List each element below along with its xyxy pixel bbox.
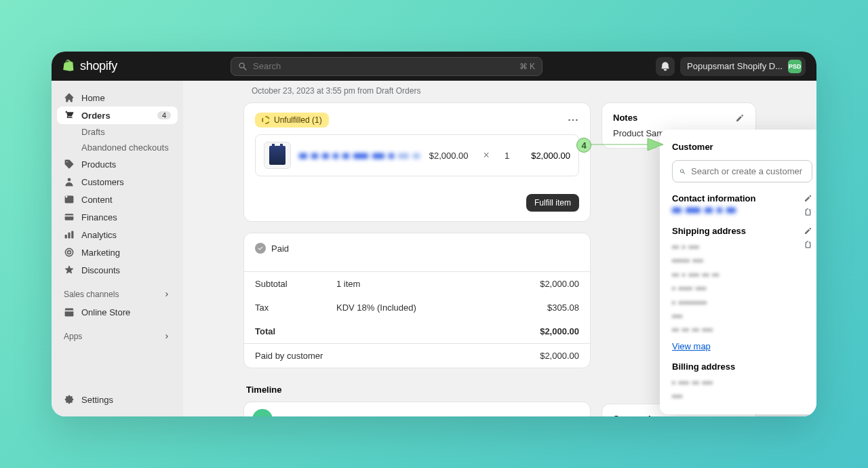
gear-icon <box>64 394 75 405</box>
chevron-right-icon <box>163 290 171 298</box>
contact-email[interactable] <box>672 208 736 213</box>
paid-label: Paid <box>271 243 289 254</box>
row-label: Paid by customer <box>255 351 540 361</box>
nav-customers[interactable]: Customers <box>57 173 178 191</box>
notifications-button[interactable] <box>656 57 675 76</box>
row-amount: $2,000.00 <box>540 351 579 361</box>
comment-input[interactable] <box>279 414 582 417</box>
customer-panel: Customer Contact information <box>660 130 816 414</box>
timeline-section: Timeline ES ☺ @ # <box>243 385 591 416</box>
nav-label: Discounts <box>81 265 120 275</box>
marketing-icon <box>64 247 75 258</box>
fulfill-button[interactable]: Fulfill item <box>526 194 579 212</box>
discounts-icon <box>64 265 75 275</box>
finances-icon <box>64 212 75 222</box>
edit-shipping-button[interactable] <box>804 227 812 235</box>
nav-settings[interactable]: Settings <box>57 391 178 408</box>
svg-point-2 <box>576 119 578 121</box>
search-icon <box>679 167 686 176</box>
payment-card: Paid Subtotal 1 item $2,000.00 <box>243 233 591 368</box>
view-map-link[interactable]: View map <box>672 341 711 351</box>
home-icon <box>64 92 75 103</box>
row-amount: $2,000.00 <box>540 326 579 336</box>
order-meta: October 23, 2023 at 3:55 pm from Draft O… <box>243 86 756 102</box>
row-amount: $305.08 <box>547 303 579 313</box>
qty-separator: × <box>484 149 490 161</box>
product-thumbnail[interactable] <box>264 142 291 169</box>
nav-finances[interactable]: Finances <box>57 208 178 226</box>
nav-section-label: Apps <box>64 332 82 341</box>
nav-abandoned[interactable]: Abandoned checkouts <box>57 140 178 155</box>
total-row: Total $2,000.00 <box>244 319 590 343</box>
nav-label: Settings <box>81 395 113 405</box>
nav-drafts[interactable]: Drafts <box>57 124 178 140</box>
store-icon <box>64 307 75 317</box>
nav-label: Content <box>81 195 113 205</box>
copy-shipping-button[interactable] <box>804 240 812 249</box>
nav-label: Home <box>81 93 105 103</box>
nav-label: Marketing <box>81 248 120 258</box>
row-label: Total <box>255 326 336 336</box>
store-avatar: PSD <box>788 60 802 73</box>
line-qty: 1 <box>505 151 509 161</box>
content-icon <box>64 194 75 205</box>
user-avatar: ES <box>252 409 273 416</box>
row-label: Tax <box>255 303 336 313</box>
shipping-title: Shipping address <box>672 226 746 236</box>
topbar: shopify ⌘ K Popupsmart Shopify D... PSD <box>52 52 816 81</box>
nav-content[interactable]: Content <box>57 191 178 208</box>
analytics-icon <box>64 229 75 240</box>
fulfillment-card: Unfulfilled (1) <box>243 102 591 222</box>
store-name: Popupsmart Shopify D... <box>687 61 783 71</box>
nav-home[interactable]: Home <box>57 89 178 106</box>
copy-email-button[interactable] <box>804 208 812 216</box>
edit-notes-button[interactable] <box>735 113 745 123</box>
edit-contact-button[interactable] <box>804 194 812 203</box>
orders-icon <box>64 110 75 121</box>
nav-marketing[interactable]: Marketing <box>57 243 178 261</box>
timeline-title: Timeline <box>243 385 591 402</box>
search-bar[interactable]: ⌘ K <box>231 57 542 76</box>
svg-point-0 <box>568 119 570 121</box>
search-kbd: ⌘ K <box>519 62 535 71</box>
nav-label: Finances <box>81 212 117 222</box>
logo[interactable]: shopify <box>62 59 117 74</box>
nav-label: Orders <box>81 111 111 121</box>
row-label: Subtotal <box>255 279 336 289</box>
line-item: $2,000.00 × 1 $2,000.00 <box>255 134 579 176</box>
nav-section-label: Sales channels <box>64 290 119 299</box>
sidebar: Home Orders 4 Drafts Abandoned checkouts… <box>52 81 183 416</box>
nav-analytics[interactable]: Analytics <box>57 226 178 243</box>
subtotal-row: Subtotal 1 item $2,000.00 <box>244 272 590 296</box>
customer-search-input[interactable] <box>691 166 805 176</box>
svg-point-1 <box>572 119 574 121</box>
apps-header[interactable]: Apps <box>57 328 178 345</box>
nav-orders[interactable]: Orders 4 <box>57 106 178 124</box>
customer-panel-title: Customer <box>672 142 812 152</box>
unfulfilled-dot-icon <box>262 116 270 124</box>
nav-label: Customers <box>81 177 124 187</box>
more-actions-button[interactable] <box>567 114 579 126</box>
conversion-title: Conversion summary <box>613 414 745 416</box>
sales-channels-header[interactable]: Sales channels <box>57 286 178 303</box>
customer-search[interactable] <box>672 160 812 182</box>
tax-row: Tax KDV 18% (Included) $305.08 <box>244 296 590 319</box>
paid-status-icon <box>255 243 266 254</box>
search-input[interactable] <box>253 61 514 71</box>
main-content: October 23, 2023 at 3:55 pm from Draft O… <box>183 81 816 416</box>
bell-icon <box>660 61 671 72</box>
logo-text: shopify <box>80 59 117 73</box>
nav-discounts[interactable]: Discounts <box>57 261 178 279</box>
shipping-address-text: ▪▪ ▪ ▪▪▪ ▪▪▪▪▪ ▪▪▪ ▪▪ ▪ ▪▪▪ ▪▪ ▪▪ ▪ ▪▪▪▪… <box>672 240 719 337</box>
store-switcher[interactable]: Popupsmart Shopify D... PSD <box>680 57 806 76</box>
line-total: $2,000.00 <box>531 151 570 161</box>
row-detail: 1 item <box>336 279 540 289</box>
comment-box: ES <box>243 402 591 416</box>
nav-label: Products <box>81 159 116 170</box>
product-name[interactable] <box>299 149 421 161</box>
nav-label: Online Store <box>81 307 130 317</box>
unfulfilled-badge: Unfulfilled (1) <box>255 113 329 128</box>
nav-online-store[interactable]: Online Store <box>57 303 178 321</box>
nav-products[interactable]: Products <box>57 155 178 173</box>
orders-badge: 4 <box>157 111 171 119</box>
